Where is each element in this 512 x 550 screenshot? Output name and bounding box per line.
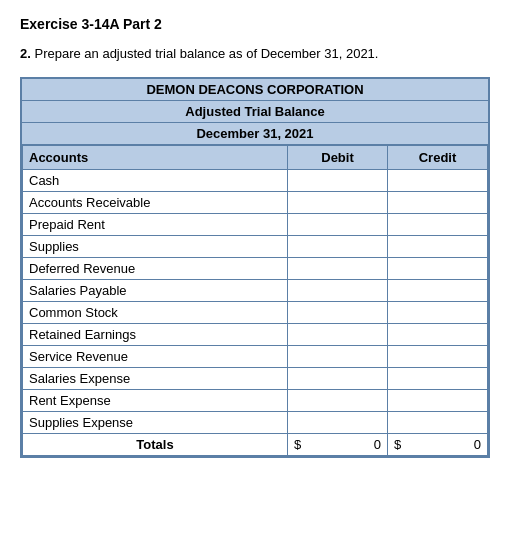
- table-row: Retained Earnings: [23, 324, 488, 346]
- credit-value[interactable]: [388, 412, 488, 434]
- debit-value[interactable]: [288, 346, 388, 368]
- table-row: Rent Expense: [23, 390, 488, 412]
- instruction-number: 2.: [20, 46, 31, 61]
- credit-value[interactable]: [388, 214, 488, 236]
- debit-value[interactable]: [288, 324, 388, 346]
- credit-total: 0: [474, 437, 481, 452]
- report-name: Adjusted Trial Balance: [22, 101, 488, 123]
- instruction: 2. Prepare an adjusted trial balance as …: [20, 46, 492, 61]
- report-date: December 31, 2021: [22, 123, 488, 145]
- account-name: Accounts Receivable: [23, 192, 288, 214]
- table-row: Supplies: [23, 236, 488, 258]
- table-row: Accounts Receivable: [23, 192, 488, 214]
- totals-label: Totals: [23, 434, 288, 456]
- table-row: Cash: [23, 170, 488, 192]
- debit-total: 0: [374, 437, 381, 452]
- debit-value[interactable]: [288, 390, 388, 412]
- instruction-text: Prepare an adjusted trial balance as of …: [34, 46, 378, 61]
- debit-value[interactable]: [288, 236, 388, 258]
- col-accounts: Accounts: [23, 146, 288, 170]
- account-name: Service Revenue: [23, 346, 288, 368]
- debit-value[interactable]: [288, 214, 388, 236]
- credit-value[interactable]: [388, 236, 488, 258]
- debit-value[interactable]: [288, 302, 388, 324]
- table-row: Common Stock: [23, 302, 488, 324]
- credit-value[interactable]: [388, 368, 488, 390]
- credit-value[interactable]: [388, 390, 488, 412]
- credit-value[interactable]: [388, 302, 488, 324]
- debit-value[interactable]: [288, 368, 388, 390]
- account-name: Salaries Payable: [23, 280, 288, 302]
- account-name: Common Stock: [23, 302, 288, 324]
- table-row: Prepaid Rent: [23, 214, 488, 236]
- account-name: Supplies: [23, 236, 288, 258]
- debit-value[interactable]: [288, 280, 388, 302]
- account-name: Supplies Expense: [23, 412, 288, 434]
- credit-value[interactable]: [388, 258, 488, 280]
- account-name: Deferred Revenue: [23, 258, 288, 280]
- table-row: Salaries Expense: [23, 368, 488, 390]
- company-name: DEMON DEACONS CORPORATION: [22, 79, 488, 101]
- account-name: Prepaid Rent: [23, 214, 288, 236]
- account-name: Cash: [23, 170, 288, 192]
- credit-value[interactable]: [388, 346, 488, 368]
- table-row: Deferred Revenue: [23, 258, 488, 280]
- debit-value[interactable]: [288, 258, 388, 280]
- debit-value[interactable]: [288, 192, 388, 214]
- totals-credit: $0: [388, 434, 488, 456]
- credit-value[interactable]: [388, 280, 488, 302]
- debit-dollar-sign: $: [294, 437, 301, 452]
- col-debit: Debit: [288, 146, 388, 170]
- debit-value[interactable]: [288, 412, 388, 434]
- table-row: Salaries Payable: [23, 280, 488, 302]
- credit-dollar-sign: $: [394, 437, 401, 452]
- totals-row: Totals$0$0: [23, 434, 488, 456]
- debit-value[interactable]: [288, 170, 388, 192]
- account-name: Rent Expense: [23, 390, 288, 412]
- credit-value[interactable]: [388, 324, 488, 346]
- trial-balance-table: DEMON DEACONS CORPORATION Adjusted Trial…: [20, 77, 490, 458]
- totals-debit: $0: [288, 434, 388, 456]
- table-row: Supplies Expense: [23, 412, 488, 434]
- credit-value[interactable]: [388, 170, 488, 192]
- credit-value[interactable]: [388, 192, 488, 214]
- exercise-title: Exercise 3-14A Part 2: [20, 16, 492, 32]
- col-credit: Credit: [388, 146, 488, 170]
- account-name: Retained Earnings: [23, 324, 288, 346]
- account-name: Salaries Expense: [23, 368, 288, 390]
- table-row: Service Revenue: [23, 346, 488, 368]
